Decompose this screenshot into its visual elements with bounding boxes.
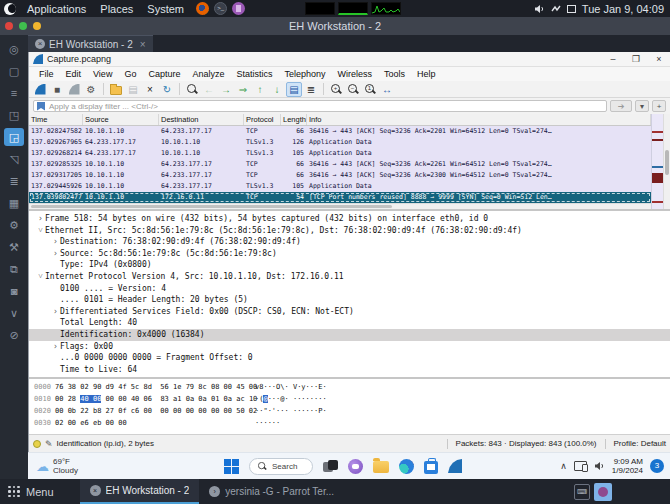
expander-icon[interactable]: › xyxy=(51,236,60,248)
save-file-icon[interactable]: ▤ xyxy=(125,82,141,97)
expander-icon[interactable]: › xyxy=(51,248,60,260)
disconnect-icon[interactable]: ⊘ xyxy=(4,326,24,344)
move-toolbar-icon[interactable]: ◎ xyxy=(4,40,24,58)
minimize-icon[interactable]: ∨ xyxy=(4,304,24,322)
menu-places[interactable]: Places xyxy=(93,3,140,15)
stop-capture-icon[interactable]: ■ xyxy=(49,82,65,97)
menu-wireless[interactable]: Wireless xyxy=(332,69,379,79)
detail-row[interactable]: .... 0101 = Header Length: 20 bytes (5) xyxy=(29,294,670,306)
column-header-length[interactable]: Length xyxy=(281,114,307,125)
expander-icon[interactable]: › xyxy=(51,306,60,318)
grab-keyboard-icon[interactable]: ▦ xyxy=(4,194,24,212)
detail-row[interactable]: ...0 0000 0000 0000 = Fragment Offset: 0 xyxy=(29,352,670,364)
menu-telephony[interactable]: Telephony xyxy=(278,69,331,79)
menu-analyze[interactable]: Analyze xyxy=(186,69,230,79)
wireshark-taskbar-icon[interactable] xyxy=(448,459,462,473)
colorize-icon[interactable]: ≣ xyxy=(303,82,319,97)
edit-capture-comment-icon[interactable]: ✎ xyxy=(45,439,53,449)
hex-row[interactable]: 001000 28 40 00 00 00 40 06 83 a1 0a 0a … xyxy=(29,393,670,405)
expander-icon[interactable]: ˅ xyxy=(36,271,45,283)
resize-columns-icon[interactable]: ↔ xyxy=(379,82,395,97)
window-control-dots[interactable] xyxy=(5,22,41,30)
go-bottom-icon[interactable]: ↓ xyxy=(269,82,285,97)
menu-system[interactable]: System xyxy=(140,3,191,15)
menu-file[interactable]: File xyxy=(33,69,60,79)
intelligent-scrollbar[interactable] xyxy=(651,114,663,209)
tray-chevron-icon[interactable]: ∧ xyxy=(560,461,567,471)
start-button[interactable] xyxy=(224,459,239,474)
auto-scroll-icon[interactable]: ▤ xyxy=(286,82,302,97)
task-view-icon[interactable] xyxy=(323,460,338,473)
close-dot-icon[interactable] xyxy=(5,22,13,30)
packet-row[interactable]: 137.02931720510.10.1.1064.233.177.17TCP6… xyxy=(29,170,651,181)
detail-row[interactable]: 0100 .... = Version: 4 xyxy=(29,283,670,295)
go-to-packet-icon[interactable]: ⇒ xyxy=(235,82,251,97)
tools-icon[interactable]: ⚒ xyxy=(4,238,24,256)
packet-row[interactable]: 137.02944592610.10.1.1064.233.177.17TLSv… xyxy=(29,181,651,192)
preferences-icon[interactable]: ⚙ xyxy=(4,216,24,234)
menu-statistics[interactable]: Statistics xyxy=(230,69,278,79)
notification-badge[interactable]: 3 xyxy=(650,459,664,473)
panel-menu-button[interactable]: Menu xyxy=(26,486,54,498)
detail-row[interactable]: Identification: 0x4000 (16384) xyxy=(29,329,670,341)
detail-row[interactable]: ›Frame 518: 54 bytes on wire (432 bits),… xyxy=(29,213,670,225)
detail-row[interactable]: Type: IPv4 (0x0800) xyxy=(29,259,670,271)
taskbar-window-button[interactable]: ›yersinia -G - Parrot Ter... xyxy=(199,479,344,504)
edge-browser-icon[interactable] xyxy=(399,459,414,474)
detail-row[interactable]: ˅Ethernet II, Src: 5c:8d:56:1e:79:8c (5c… xyxy=(29,225,670,237)
taskbar-volume-icon[interactable] xyxy=(594,461,605,471)
cast-display-icon[interactable] xyxy=(574,461,587,471)
detail-row[interactable]: ›Flags: 0x00 xyxy=(29,341,670,353)
packet-row[interactable]: 137.02926796564.233.177.1710.10.1.10TLSv… xyxy=(29,137,651,148)
add-filter-button[interactable]: + xyxy=(652,100,666,112)
detail-row[interactable]: ›Differentiated Services Field: 0x00 (DS… xyxy=(29,306,670,318)
detail-row[interactable]: ›Source: 5c:8d:56:1e:79:8c (5c:8d:56:1e:… xyxy=(29,248,670,260)
column-header-info[interactable]: Info xyxy=(307,114,651,125)
menu-help[interactable]: Help xyxy=(411,69,442,79)
multi-monitor-icon[interactable]: ≣ xyxy=(4,172,24,190)
menu-grid-icon[interactable] xyxy=(8,486,20,498)
menu-go[interactable]: Go xyxy=(118,69,142,79)
volume-icon[interactable] xyxy=(534,4,545,14)
maximize-button[interactable]: ❐ xyxy=(625,54,647,64)
weather-widget[interactable]: ☁ 69°F Cloudy xyxy=(28,457,178,475)
zoom-in-icon[interactable] xyxy=(328,82,344,97)
search-box[interactable]: Search xyxy=(249,458,313,475)
find-packet-icon[interactable] xyxy=(184,82,200,97)
menu-applications[interactable]: Applications xyxy=(20,3,93,15)
window-list-icon[interactable] xyxy=(567,5,576,13)
file-explorer-icon[interactable] xyxy=(373,461,389,473)
profile-status[interactable]: Profile: Default xyxy=(614,439,666,448)
expander-icon[interactable]: › xyxy=(36,213,45,225)
maximize-dot-icon[interactable] xyxy=(19,22,27,30)
close-button[interactable]: × xyxy=(648,54,670,64)
scaled-mode-icon[interactable]: ◲ xyxy=(4,128,24,146)
close-file-icon[interactable]: × xyxy=(142,82,158,97)
minimize-dot-icon[interactable] xyxy=(33,22,41,30)
remmina-tray-icon[interactable] xyxy=(594,483,612,501)
menu-edit[interactable]: Edit xyxy=(60,69,88,79)
minimize-button[interactable]: – xyxy=(602,54,624,64)
hex-row[interactable]: 002000 0b 22 b8 27 0f c6 00 00 00 00 00 … xyxy=(29,405,670,417)
filter-dropdown-button[interactable]: ▾ xyxy=(635,100,649,112)
menu-tools[interactable]: Tools xyxy=(378,69,411,79)
column-header-source[interactable]: Source xyxy=(83,114,159,125)
restart-capture-icon[interactable] xyxy=(66,82,82,97)
open-file-icon[interactable] xyxy=(108,82,124,97)
packet-list-hscrollbar[interactable] xyxy=(29,203,651,209)
menu-capture[interactable]: Capture xyxy=(142,69,186,79)
detail-row[interactable]: Total Length: 40 xyxy=(29,317,670,329)
apply-filter-button[interactable]: ➔ xyxy=(610,100,632,112)
column-header-destination[interactable]: Destination xyxy=(159,114,244,125)
firefox-icon[interactable] xyxy=(196,2,209,15)
parrot-logo-icon[interactable] xyxy=(4,3,16,15)
microsoft-store-icon[interactable] xyxy=(424,461,438,474)
wireshark-titlebar[interactable]: Capture.pcapng – ❐ × xyxy=(29,52,670,67)
fullscreen-icon[interactable]: ▢ xyxy=(4,62,24,80)
expert-info-icon[interactable] xyxy=(33,440,41,448)
go-forward-icon[interactable]: → xyxy=(218,82,234,97)
tab-close-icon[interactable]: × xyxy=(140,39,146,50)
display-filter-input[interactable]: Apply a display filter ... <Ctrl-/> xyxy=(33,100,607,112)
tab-eh-workstation[interactable]: × EH Workstation - 2 × xyxy=(28,35,153,52)
start-capture-icon[interactable] xyxy=(32,82,48,97)
